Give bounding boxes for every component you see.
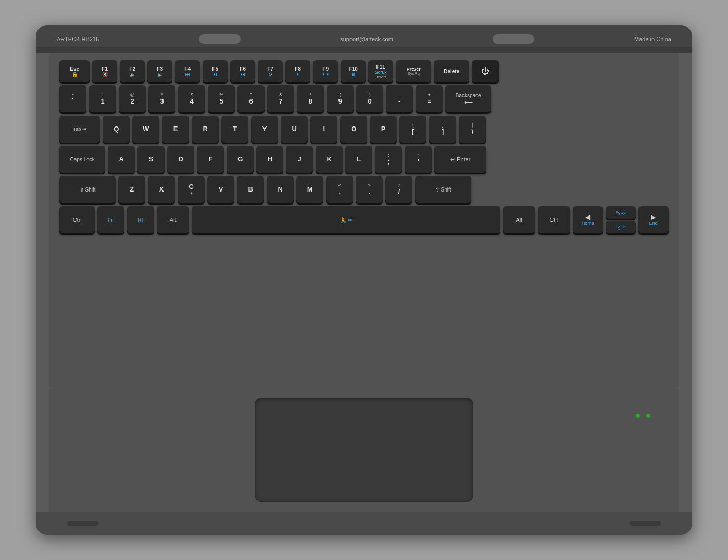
function-row: Esc 🔒 F1 🔇 F2 🔈 F3 🔉 F4 ⏮ F5 ⏯ (59, 60, 669, 82)
key-esc[interactable]: Esc 🔒 (59, 60, 90, 82)
key-f7[interactable]: F7 ⚙ (258, 60, 283, 82)
connector-pill (199, 34, 241, 44)
key-h[interactable]: H (256, 146, 283, 173)
key-z[interactable]: Z (118, 176, 145, 203)
key-alt-left[interactable]: Alt (157, 206, 189, 233)
key-d[interactable]: D (167, 146, 194, 173)
brand-label: ARTECK HB216 (57, 36, 99, 42)
key-7[interactable]: & 7 (267, 85, 294, 112)
key-b[interactable]: B (237, 176, 264, 203)
key-s[interactable]: S (137, 146, 165, 173)
device-footer (36, 512, 692, 535)
key-backslash[interactable]: | \ (459, 116, 486, 143)
key-u[interactable]: U (281, 116, 308, 143)
key-3[interactable]: # 3 (148, 85, 175, 112)
key-shift-right[interactable]: ⇧ Shift (415, 176, 471, 203)
key-f2[interactable]: F2 🔈 (120, 60, 145, 82)
pgup-pgdn-cluster: PgUp PgDn (606, 206, 636, 233)
key-o[interactable]: O (340, 116, 367, 143)
key-backtick[interactable]: ~ ` (59, 85, 86, 112)
key-2[interactable]: @ 2 (119, 85, 146, 112)
key-m[interactable]: M (296, 176, 323, 203)
key-minus[interactable]: _ - (386, 85, 413, 112)
key-alt-right[interactable]: Alt (503, 206, 535, 233)
key-0[interactable]: ) 0 (356, 85, 383, 112)
key-f8[interactable]: F8 ☀ (285, 60, 310, 82)
key-delete[interactable]: Delete (434, 60, 469, 82)
asdf-row: Caps Lock A S D F G H J K L : ; " ' ↵ En… (59, 146, 669, 173)
key-n[interactable]: N (267, 176, 294, 203)
footer-slot-left (67, 521, 98, 526)
key-k[interactable]: K (316, 146, 343, 173)
made-in-label: Made in China (634, 36, 671, 42)
indicator-dot-1 (636, 414, 640, 418)
qwerty-row: Tab ⇥ Q W E R T Y U I O P { [ } ] | \ (59, 116, 669, 143)
key-c[interactable]: C ✦ (178, 176, 205, 203)
key-pgdn[interactable]: PgDn (606, 221, 636, 233)
support-label: support@arteck.com (340, 36, 393, 42)
top-connector: ARTECK HB216 support@arteck.com Made in … (36, 25, 692, 53)
key-g[interactable]: G (227, 146, 254, 173)
key-backspace[interactable]: Backspace ⟵ (445, 85, 491, 112)
indicator-dot-2 (646, 414, 650, 418)
key-caps-lock[interactable]: Caps Lock (59, 146, 105, 173)
key-i[interactable]: I (310, 116, 337, 143)
key-1[interactable]: ! 1 (89, 85, 116, 112)
bottom-row: Ctrl Fn ⊞ Alt 🚴 ✏ Alt Ctrl ◀ H (59, 206, 669, 233)
key-prtscr[interactable]: PrtScr SysRq (396, 60, 431, 82)
key-a[interactable]: A (108, 146, 135, 173)
number-row: ~ ` ! 1 @ 2 # 3 $ 4 % 5 (59, 85, 669, 112)
key-pgup[interactable]: PgUp (606, 206, 636, 219)
key-open-bracket[interactable]: { [ (399, 116, 426, 143)
key-enter[interactable]: ↵ Enter (434, 146, 486, 173)
keyboard-body: Esc 🔒 F1 🔇 F2 🔈 F3 🔉 F4 ⏮ F5 ⏯ (49, 53, 679, 389)
key-f1[interactable]: F1 🔇 (92, 60, 117, 82)
key-w[interactable]: W (132, 116, 159, 143)
key-period[interactable]: > . (356, 176, 383, 203)
key-fn[interactable]: Fn (97, 206, 124, 233)
footer-slot-right (630, 521, 661, 526)
key-p[interactable]: P (370, 116, 397, 143)
key-l[interactable]: L (345, 146, 372, 173)
key-f[interactable]: F (197, 146, 224, 173)
key-tab[interactable]: Tab ⇥ (59, 116, 100, 143)
key-j[interactable]: J (286, 146, 313, 173)
key-9[interactable]: ( 9 (327, 85, 354, 112)
key-quote[interactable]: " ' (405, 146, 432, 173)
key-equals[interactable]: + = (416, 85, 443, 112)
key-ctrl-left[interactable]: Ctrl (59, 206, 95, 233)
keyboard-device: ARTECK HB216 support@arteck.com Made in … (36, 25, 692, 535)
key-shift-left[interactable]: ⇧ Shift (59, 176, 116, 203)
key-f11[interactable]: F11 ScrLk Insert (368, 60, 393, 82)
key-comma[interactable]: < , (326, 176, 353, 203)
key-x[interactable]: X (148, 176, 175, 203)
key-f4[interactable]: F4 ⏮ (175, 60, 200, 82)
key-y[interactable]: Y (251, 116, 278, 143)
key-t[interactable]: T (221, 116, 248, 143)
key-close-bracket[interactable]: } ] (429, 116, 456, 143)
key-ctrl-right[interactable]: Ctrl (538, 206, 570, 233)
key-4[interactable]: $ 4 (178, 85, 205, 112)
indicator-dots (636, 414, 650, 418)
key-slash[interactable]: ? / (385, 176, 412, 203)
key-f9[interactable]: F9 ☀☀ (313, 60, 338, 82)
key-f10[interactable]: F10 🖥 (341, 60, 366, 82)
connector-pill-2 (493, 34, 534, 44)
key-f3[interactable]: F3 🔉 (147, 60, 172, 82)
key-f5[interactable]: F5 ⏯ (203, 60, 228, 82)
key-r[interactable]: R (192, 116, 219, 143)
key-home[interactable]: ◀ Home (573, 206, 603, 233)
key-5[interactable]: % 5 (208, 85, 235, 112)
key-spacebar[interactable]: 🚴 ✏ (192, 206, 500, 233)
key-f6[interactable]: F6 ⏭ (230, 60, 255, 82)
touchpad[interactable] (255, 398, 473, 502)
key-6[interactable]: ^ 6 (237, 85, 265, 112)
key-power[interactable]: ⏻ (472, 60, 499, 82)
key-8[interactable]: * 8 (297, 85, 324, 112)
key-windows[interactable]: ⊞ (127, 206, 154, 233)
key-semicolon[interactable]: : ; (375, 146, 402, 173)
key-e[interactable]: E (162, 116, 189, 143)
key-end[interactable]: ▶ End (638, 206, 669, 233)
key-v[interactable]: V (207, 176, 234, 203)
key-q[interactable]: Q (103, 116, 130, 143)
